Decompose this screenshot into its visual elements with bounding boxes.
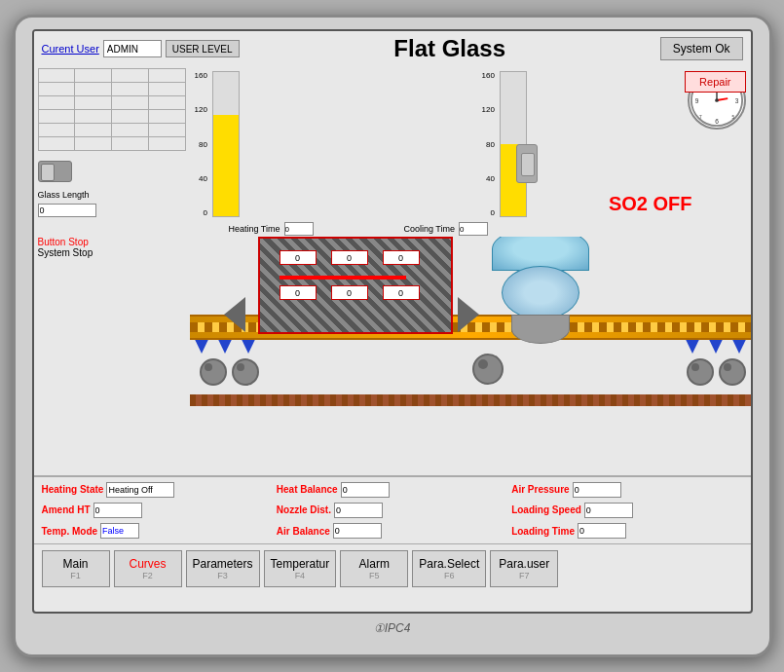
air-balance-input[interactable] <box>333 523 382 539</box>
heating-state-input[interactable] <box>106 482 174 498</box>
amend-ht-label: Amend HT <box>42 504 91 515</box>
svg-text:6: 6 <box>715 118 719 125</box>
user-level-button[interactable]: USER LEVEL <box>166 40 240 57</box>
loading-speed-item: Loading Speed <box>511 502 742 518</box>
device-frame: Curent User USER LEVEL Flat Glass System… <box>13 15 772 657</box>
heating-time-section: Heating Time <box>229 222 314 236</box>
heating-box: 0 0 0 0 0 0 <box>258 237 453 334</box>
air-balance-item: Air Balance <box>277 523 507 540</box>
amend-ht-input[interactable] <box>93 503 142 518</box>
burner <box>687 358 714 386</box>
nav-temperatur-button[interactable]: Temperatur F4 <box>264 550 337 587</box>
nav-main-sub: F1 <box>70 571 81 580</box>
loading-speed-label: Loading Speed <box>511 504 581 515</box>
glass-length-section: Glass Length <box>38 190 186 217</box>
stop-section: Button Stop System Stop <box>38 237 186 258</box>
heating-state-label: Heating State <box>42 484 104 495</box>
current-user-label: Curent User <box>42 43 99 55</box>
table-row <box>38 83 185 96</box>
air-pressure-label: Air Pressure <box>511 484 569 495</box>
temp-mode-input[interactable] <box>100 523 139 539</box>
system-ok-button[interactable]: System Ok <box>660 37 743 60</box>
left-burners <box>200 358 259 386</box>
nav-parameters-sub: F3 <box>217 571 228 580</box>
burner <box>719 358 746 386</box>
furnace-diagram: 0 0 0 0 0 0 <box>190 237 751 422</box>
nav-alarm-button[interactable]: Alarm F5 <box>340 550 408 587</box>
navigation-bar: Main F1 Curves F2 Parameters F3 Temperat… <box>34 543 751 592</box>
air-pressure-input[interactable] <box>573 482 621 498</box>
glass-length-label: Glass Length <box>38 190 186 200</box>
right-burners <box>687 358 746 386</box>
logo-text: ①IPC4 <box>374 621 411 635</box>
heating-values-row2: 0 0 0 <box>280 285 420 300</box>
arrow-left-icon <box>224 297 245 332</box>
left-thermometer: 160 120 80 40 0 <box>195 71 240 217</box>
repair-section: Repair <box>685 71 745 93</box>
left-thermo-fill <box>213 115 239 216</box>
nav-curves-sub: F2 <box>142 571 153 580</box>
cooling-time-input[interactable] <box>459 222 488 236</box>
heating-time-input[interactable] <box>284 222 314 236</box>
svg-text:3: 3 <box>734 97 738 104</box>
heat-balance-input[interactable] <box>341 482 390 498</box>
loading-speed-input[interactable] <box>584 503 633 518</box>
toggle-switch[interactable] <box>38 161 72 182</box>
heat-val-1-1: 0 <box>280 250 317 265</box>
cooling-time-label: Cooling Time <box>404 224 456 234</box>
cooling-time-section: Cooling Time <box>404 222 489 236</box>
data-table <box>38 68 186 151</box>
nav-curves-label: Curves <box>129 557 166 571</box>
table-row <box>38 69 185 83</box>
right-thermo-scale: 160 120 80 40 0 <box>482 71 497 217</box>
so2-status-label: SO2 OFF <box>609 193 692 215</box>
system-stop-label: System Stop <box>38 247 186 258</box>
air-balance-label: Air Balance <box>277 526 330 537</box>
device-logo: ①IPC4 <box>374 614 411 643</box>
svg-point-12 <box>715 98 719 102</box>
arrow-right-icon <box>458 297 479 332</box>
nav-parameters-button[interactable]: Parameters F3 <box>186 550 260 587</box>
air-pressure-item: Air Pressure <box>511 481 742 498</box>
nav-main-button[interactable]: Main F1 <box>42 550 110 587</box>
repair-button[interactable]: Repair <box>685 71 745 93</box>
temp-mode-item: Temp. Mode <box>42 523 273 540</box>
heating-time-label: Heating Time <box>229 224 280 234</box>
nozzle-dist-item: Nozzle Dist. <box>277 502 507 518</box>
left-thermo-scale: 160 120 80 40 0 <box>195 71 209 217</box>
heat-val-2-2: 0 <box>331 285 368 300</box>
nav-alarm-label: Alarm <box>359 557 390 571</box>
temp-mode-label: Temp. Mode <box>42 526 98 537</box>
heat-val-1-2: 0 <box>331 250 368 265</box>
page-title: Flat Glass <box>240 35 660 62</box>
center-visualization: 12 3 6 9 1 5 11 7 10 <box>190 66 751 475</box>
left-thermo-bar <box>212 71 240 217</box>
status-bar: Heating State Heat Balance Air Pressure … <box>34 475 751 543</box>
right-pipe[interactable] <box>516 144 538 183</box>
left-panel: Glass Length Button Stop System Stop <box>34 66 190 475</box>
glass-length-input[interactable] <box>38 204 96 217</box>
screen: Curent User USER LEVEL Flat Glass System… <box>32 29 753 614</box>
nav-parauser-button[interactable]: Para.user F7 <box>490 550 558 587</box>
loading-time-item: Loading Time <box>511 523 742 540</box>
heat-red-bar <box>280 276 406 280</box>
heating-values-row1: 0 0 0 <box>280 250 420 265</box>
heat-val-2-3: 0 <box>383 285 420 300</box>
middle-burner <box>472 354 504 385</box>
button-stop-label: Button Stop <box>38 237 186 247</box>
toggle-knob <box>41 164 55 181</box>
heat-val-1-3: 0 <box>383 250 420 265</box>
nav-paraselect-button[interactable]: Para.Select F6 <box>412 550 486 587</box>
user-section: Curent User USER LEVEL <box>42 40 240 57</box>
main-content: Glass Length Button Stop System Stop 12 <box>34 66 751 475</box>
header: Curent User USER LEVEL Flat Glass System… <box>34 31 751 66</box>
nav-paraselect-sub: F6 <box>444 571 455 580</box>
nav-paraselect-label: Para.Select <box>419 557 479 571</box>
nozzle-dist-input[interactable] <box>334 503 383 518</box>
nozzle-dist-label: Nozzle Dist. <box>277 504 331 515</box>
table-row <box>38 110 185 124</box>
user-input[interactable] <box>103 40 162 57</box>
loading-time-input[interactable] <box>578 523 626 539</box>
nav-curves-button[interactable]: Curves F2 <box>114 550 182 587</box>
ground-bar <box>190 394 751 406</box>
